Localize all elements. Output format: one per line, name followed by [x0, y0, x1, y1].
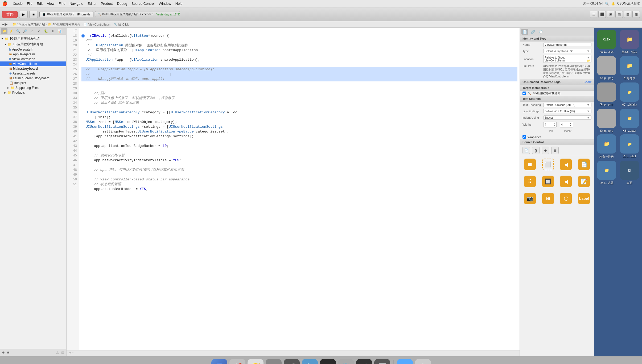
nav-tab-source[interactable]: ⚡ [8, 28, 14, 34]
menu-view[interactable]: View [45, 2, 56, 6]
nav-item-appdelegate-m[interactable]: m AppDelegate.m [0, 52, 66, 57]
nav-item-supporting-files[interactable]: ▶ 📁 Supporting Files [0, 85, 66, 90]
breadcrumb-text-3[interactable]: ViewController.m [88, 23, 110, 26]
inspector-ondemand-show[interactable]: Show [584, 80, 591, 84]
inspector-indent-width-input[interactable]: 4 ▲▼ [560, 122, 573, 127]
inspector-encoding-dropdown[interactable]: ▼ [586, 103, 590, 106]
nav-tab-breakpoints[interactable]: ⏸ [50, 28, 56, 34]
inspector-wrap-checkbox[interactable] [522, 135, 526, 139]
desktop-item-zjl[interactable]: 📁 ZJL...etail [619, 134, 640, 159]
nav-tab-find[interactable]: 🔎 [22, 28, 28, 34]
menu-navigate[interactable]: Navigate [67, 2, 85, 6]
inspector-target-checkbox[interactable] [522, 92, 526, 95]
lib-icon-8[interactable]: 📝 [577, 175, 591, 188]
nav-warning-button[interactable]: ⚠ [56, 351, 59, 354]
run-button[interactable]: ▶ [19, 11, 28, 18]
inspector-name-input[interactable]: ViewController.m [543, 43, 591, 47]
dock-settings[interactable]: ⚙️ [338, 359, 354, 364]
breadcrumb-part-2[interactable]: 📁 [48, 23, 52, 26]
nav-add-button[interactable]: + [2, 350, 5, 355]
desktop-item-ksi[interactable]: 📁 KSI...aster [619, 109, 640, 132]
inspector-encoding-input[interactable]: Default - Unicode (UTF-8) ▼ [543, 103, 591, 107]
lib-icon-9[interactable]: 📷 [523, 192, 537, 205]
nav-item-appdelegate-h[interactable]: h AppDelegate.h [0, 47, 66, 52]
dock-stats[interactable]: 📊 [374, 359, 390, 364]
lib-icon-10[interactable]: ⏯ [541, 192, 555, 205]
desktop-item-xlsx[interactable]: XLSX ios1....xlsx [596, 30, 617, 54]
nav-item-app-folder[interactable]: ▼ 📁 10-应用程序对象介绍 [0, 42, 66, 47]
tab-file[interactable]: 🔨 Build 10-应用程序对象介绍: Succeeded Yesterday… [95, 11, 180, 17]
sc-btn-1[interactable]: 📄 [522, 147, 530, 154]
debug-toggle[interactable]: ⬛ [598, 11, 606, 18]
inspector-type-dropdown[interactable]: ▼ [586, 49, 590, 53]
sc-btn-4[interactable]: ▤ [551, 147, 559, 154]
nav-toggle[interactable]: ☰ [590, 11, 597, 18]
lib-icon-6[interactable]: 🔲 [541, 175, 555, 188]
lib-icon-1[interactable]: ⏹ [523, 158, 537, 171]
nav-item-main-storyboard[interactable]: ⊞ Main.storyboard [0, 66, 66, 71]
breadcrumb-text-1[interactable]: 10-应用程序对象介绍 [17, 22, 45, 26]
nav-item-products[interactable]: ▶ 📁 Products [0, 90, 66, 95]
menu-search-icon[interactable]: 🔍 [605, 2, 609, 6]
nav-tab-debug[interactable]: 🐛 [43, 28, 49, 34]
lib-icon-3[interactable]: ◀ [559, 158, 573, 171]
insp-tab-quick[interactable]: 🔗 [529, 29, 536, 35]
lib-icon-4[interactable]: 📄 [577, 158, 591, 171]
layout-toggle-2[interactable]: ▥ [624, 11, 631, 18]
menu-product[interactable]: Product [99, 2, 115, 6]
nav-tab-symbols[interactable]: 🔍 [15, 28, 21, 34]
menu-source-control[interactable]: Source Control [129, 2, 157, 6]
nav-tab-reports[interactable]: 📊 [56, 28, 63, 34]
inspector-indent-dropdown[interactable]: ▼ [586, 116, 590, 119]
menu-notification-icon[interactable]: 🔔 [611, 2, 615, 6]
menu-edit[interactable]: Edit [35, 2, 45, 6]
menu-xcode[interactable]: Xcode [11, 2, 25, 6]
desktop-item-07[interactable]: 📁 07-...(优化) [619, 82, 640, 107]
layout-toggle-3[interactable]: ▦ [632, 11, 640, 18]
inspector-location-dropdown[interactable]: ▼ [586, 56, 590, 59]
lib-icon-5[interactable]: ⠿ [523, 175, 537, 188]
lib-icon-7[interactable]: ◀ [559, 175, 573, 188]
dock-xcode[interactable]: 🔨 [302, 359, 318, 364]
inspector-endings-dropdown[interactable]: ▼ [586, 110, 590, 113]
inspector-indent-input[interactable]: Spaces ▼ [543, 115, 591, 120]
insp-tab-history[interactable]: 🕐 [537, 29, 544, 35]
dock-trash[interactable]: 🗑 [415, 359, 431, 364]
dock-quicktime[interactable]: 🎬 [284, 359, 300, 364]
desktop-item-folder1[interactable]: 📁 第13-...堂桂 [619, 30, 640, 54]
menu-window[interactable]: Window [157, 2, 173, 6]
nav-tab-issues[interactable]: ⚠ [29, 28, 35, 34]
nav-tab-tests[interactable]: ✓ [36, 28, 42, 34]
sc-btn-2[interactable]: {} [532, 147, 540, 154]
nav-item-launchscreen[interactable]: ⊞ LaunchScreen.storyboard [0, 76, 66, 81]
inspector-location-input[interactable]: Relative to Group ▼ ViewController.m 📁 [543, 55, 591, 63]
breadcrumb-part-1[interactable]: 📁 [13, 23, 16, 26]
stop-button[interactable]: 暂停 [2, 11, 18, 18]
nav-item-info-plist[interactable]: 📋 Info.plist [0, 81, 66, 85]
lib-icon-11[interactable]: ⬡ [559, 192, 573, 205]
menu-debug[interactable]: Debug [115, 2, 129, 6]
desktop-item-desktop[interactable]: 🖥 桌面 [619, 161, 640, 185]
dock-music[interactable]: 🎵 [356, 359, 372, 364]
desktop-item-ios1[interactable]: 📁 ios1...试题 [596, 161, 617, 185]
layout-toggle-1[interactable]: ▤ [615, 11, 623, 18]
menu-help[interactable]: Help [173, 2, 185, 6]
inspector-tab-width-input[interactable]: 4 ▲▼ [543, 122, 557, 127]
nav-item-xcassets[interactable]: ◈ Assets.xcassets [0, 71, 66, 76]
dock-launchpad[interactable]: 🚀 [229, 359, 245, 364]
lib-icon-2[interactable]: ⬜ [541, 158, 555, 171]
breadcrumb-part-3[interactable]: 📄 [84, 23, 87, 26]
indent-width-stepper[interactable]: ▲▼ [570, 122, 572, 127]
nav-item-viewcontroller-m[interactable]: m ViewController.m [0, 61, 66, 66]
inspector-type-input[interactable]: Default - Objective-C So... ▼ [543, 49, 591, 53]
breadcrumb-part-4[interactable]: 🔧 [114, 23, 117, 26]
nav-filter-button[interactable]: ▤ [61, 351, 64, 354]
breadcrumb-text-2[interactable]: 10-应用程序对象介绍 [53, 22, 80, 26]
breadcrumb-nav-icon-2[interactable]: ▶ [5, 23, 7, 26]
code-content[interactable]: - (IBAction)btnClick:(UIButton *)sender … [79, 28, 520, 350]
menu-find[interactable]: Find [56, 2, 67, 6]
desktop-item-car[interactable]: 📁 车丹分享 [619, 56, 640, 80]
nav-item-project-root[interactable]: ▼ 📁 10-应用程序对象介绍 [0, 36, 66, 42]
desktop-item-snip2[interactable]: Snip...png [596, 82, 617, 107]
nav-item-viewcontroller-h[interactable]: h ViewController.h [0, 57, 66, 61]
